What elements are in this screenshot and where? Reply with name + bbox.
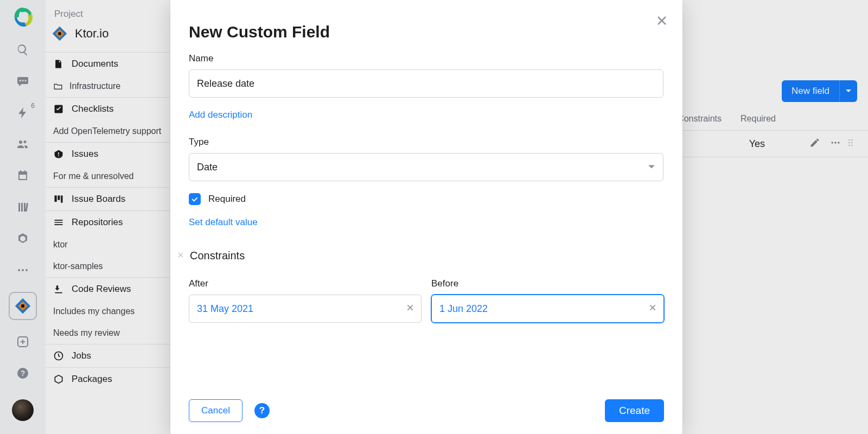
after-input[interactable] <box>197 303 413 315</box>
name-label: Name <box>189 53 664 64</box>
create-button[interactable]: Create <box>605 399 664 422</box>
type-value: Date <box>197 162 218 173</box>
before-input[interactable] <box>439 303 656 315</box>
type-label: Type <box>189 137 664 148</box>
cancel-button[interactable]: Cancel <box>189 399 242 422</box>
after-input-wrapper <box>189 295 422 323</box>
clear-before-icon[interactable] <box>648 303 657 314</box>
modal-title: New Custom Field <box>189 23 664 41</box>
set-default-link[interactable]: Set default value <box>189 217 258 228</box>
remove-constraints-icon[interactable] <box>177 251 184 261</box>
modal-footer: Cancel ? Create <box>189 399 664 422</box>
name-input[interactable] <box>189 69 663 98</box>
help-button[interactable]: ? <box>254 403 270 418</box>
required-label: Required <box>208 194 246 205</box>
before-input-wrapper <box>431 295 664 323</box>
add-description-link[interactable]: Add description <box>189 110 252 120</box>
constraints-header: Constraints <box>177 250 664 262</box>
type-select[interactable]: Date <box>189 153 663 181</box>
chevron-down-icon <box>648 163 655 171</box>
clear-after-icon[interactable] <box>406 303 414 314</box>
constraints-label: Constraints <box>190 250 245 262</box>
new-custom-field-modal: New Custom Field Name Add description Ty… <box>170 0 682 434</box>
constraints-grid: After Before <box>189 278 664 323</box>
check-icon <box>190 195 199 203</box>
close-icon[interactable] <box>655 14 668 29</box>
required-checkbox-row[interactable]: Required <box>189 193 664 205</box>
after-label: After <box>189 278 422 289</box>
before-label: Before <box>431 278 664 289</box>
required-checkbox[interactable] <box>189 193 201 205</box>
